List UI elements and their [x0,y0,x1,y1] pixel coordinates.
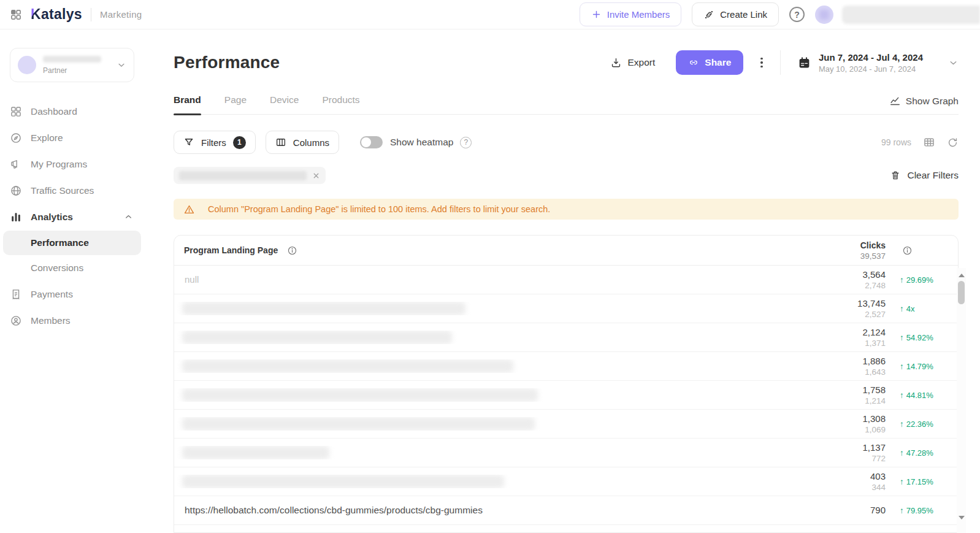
up-arrow-icon: ↑ [900,304,904,313]
sidebar-item-payments[interactable]: Payments [0,281,144,307]
date-range-text: Jun 7, 2024 - Jul 4, 2024 May 10, 2024 -… [819,52,923,74]
info-icon[interactable] [287,245,297,256]
show-heatmap-toggle[interactable] [360,136,383,148]
sidebar-item-explore[interactable]: Explore [0,125,144,151]
share-button[interactable]: Share [676,50,743,75]
change-cell: ↑54.92% [886,333,958,342]
show-graph-button[interactable]: Show Graph [889,95,959,114]
table-row[interactable]: https://hellobatch.com/collections/cbd-g… [174,496,958,525]
table-row[interactable]: 1,137772 ↑47.28% [174,439,958,467]
refresh-button[interactable] [947,137,959,148]
table-row[interactable]: null 3,5642,748 ↑29.69% [174,266,958,294]
table-row[interactable]: 1,7581,214 ↑44.81% [174,381,958,410]
line-chart-icon [889,95,901,107]
change-value: 14.79% [906,362,933,371]
filters-button[interactable]: Filters 1 [174,131,256,154]
clicks-cell: 790 [787,505,886,516]
clicks-value: 1,886 [787,356,886,366]
change-value: 22.36% [906,420,933,429]
columns-button[interactable]: Columns [266,131,339,154]
info-icon[interactable] [902,245,913,256]
refresh-icon [947,137,959,148]
landing-page-redacted [182,417,535,431]
date-range-picker[interactable]: Jun 7, 2024 - Jul 4, 2024 May 10, 2024 -… [798,52,959,74]
clicks-value: 1,758 [787,385,886,395]
logo-divider [91,8,91,21]
warning-icon [183,204,195,215]
tab-products[interactable]: Products [322,94,359,114]
clicks-cell: 1,7581,214 [787,385,886,405]
sidebar-item-analytics[interactable]: Analytics [0,204,144,230]
create-link-label: Create Link [720,9,767,20]
heatmap-help-icon[interactable]: ? [460,137,472,148]
sidebar-item-performance[interactable]: Performance [3,231,141,255]
sidebar-item-members[interactable]: Members [0,307,144,334]
user-name-redacted [842,6,980,24]
scroll-up-arrow[interactable] [959,274,965,277]
sidebar-item-label: Members [31,315,71,326]
change-cell: ↑79.95% [886,506,958,515]
up-arrow-icon: ↑ [900,477,904,486]
table-row[interactable]: 1,3081,069 ↑22.36% [174,410,958,439]
landing-page-cell [174,359,787,373]
share-label: Share [705,57,731,68]
clicks-value: 790 [787,505,886,515]
change-value: 29.69% [906,275,933,285]
katalys-logo[interactable]: KKatalysatalys [31,6,82,23]
up-arrow-icon: ↑ [900,333,904,342]
clicks-previous-value: 1,069 [787,425,886,434]
close-icon[interactable] [312,172,320,180]
download-icon [610,57,622,69]
tab-device[interactable]: Device [270,94,299,114]
link-icon [703,9,714,20]
sidebar-item-dashboard[interactable]: Dashboard [0,98,144,125]
help-icon[interactable]: ? [789,7,805,22]
show-graph-label: Show Graph [906,96,959,107]
warning-banner: Column "Program Landing Page" is limited… [174,199,959,220]
tab-page[interactable]: Page [224,94,247,114]
globe-icon [10,185,22,197]
export-button[interactable]: Export [607,56,659,69]
table-row[interactable]: 403344 ↑17.15% [174,467,958,496]
clicks-cell: 403344 [787,471,886,492]
table-view-button[interactable] [923,136,935,148]
clicks-previous-value: 1,371 [787,339,886,348]
toolbar-right: 99 rows [881,136,959,148]
user-avatar[interactable] [815,6,833,24]
change-cell: ↑22.36% [886,420,958,429]
tab-brand[interactable]: Brand [174,94,201,114]
chevron-down-icon [948,58,959,68]
table-toolbar: Filters 1 Columns Show heatmap ? 99 rows [174,131,959,154]
sidebar-item-label: My Programs [31,159,87,170]
scrollbar-thumb[interactable] [958,281,965,304]
active-filters-row: Clear Filters [174,167,959,184]
column-header-clicks[interactable]: Clicks 39,537 [787,240,886,261]
invite-members-button[interactable]: Invite Members [580,2,682,26]
table-row[interactable]: 1,8861,643 ↑14.79% [174,352,958,381]
sidebar-item-my-programs[interactable]: My Programs [0,151,144,177]
person-circle-icon [10,315,22,327]
create-link-button[interactable]: Create Link [692,2,779,26]
filter-chip[interactable] [174,167,326,184]
vertical-scrollbar[interactable] [957,268,966,533]
landing-page-cell [174,388,787,402]
landing-page-value: null [182,274,199,285]
export-label: Export [627,57,655,68]
clicks-header-label: Clicks [787,240,886,250]
apps-grid-icon[interactable] [10,9,22,21]
column-header-landing-page[interactable]: Program Landing Page [174,245,787,256]
partner-switcher[interactable]: Partner [10,48,134,82]
invite-members-label: Invite Members [607,9,670,20]
landing-page-redacted [182,388,538,402]
logo-k-glyph: K [31,6,41,22]
more-options-icon[interactable] [758,55,765,71]
sidebar-item-traffic-sources[interactable]: Traffic Sources [0,177,144,204]
sidebar-item-conversions[interactable]: Conversions [3,256,141,280]
clear-filters-button[interactable]: Clear Filters [890,170,959,181]
table-row[interactable]: 13,7452,527 ↑4x [174,294,958,323]
landing-page-cell [174,475,787,488]
landing-page-cell: https://hellobatch.com/collections/cbd-g… [174,505,787,516]
scroll-down-arrow[interactable] [959,516,965,520]
funnel-icon [183,137,194,148]
table-row[interactable]: 2,1241,371 ↑54.92% [174,323,958,352]
